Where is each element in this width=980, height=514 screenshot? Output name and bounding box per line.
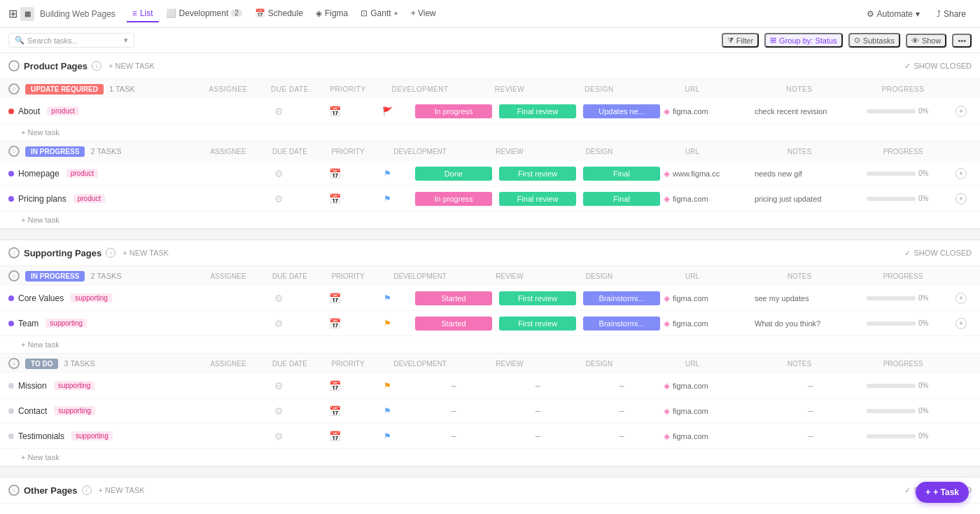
task-name-team[interactable]: Team — [18, 319, 38, 328]
group-toggle-update[interactable]: ○ — [8, 83, 20, 95]
review-cell-team: First review — [496, 317, 580, 331]
task-dot-pricing — [8, 196, 14, 202]
review-badge-cv[interactable]: First review — [499, 291, 576, 305]
dev-badge-hp[interactable]: Done — [415, 167, 492, 181]
add-col-btn-hp[interactable]: + — [955, 168, 967, 179]
section-info-product[interactable]: i — [92, 61, 102, 71]
review-badge-tm[interactable]: First review — [499, 317, 576, 331]
duedate-cell-testimonials: 📅 — [307, 431, 363, 442]
task-name-about[interactable]: About — [18, 106, 40, 116]
new-task-product[interactable]: + NEW TASK — [108, 62, 155, 70]
url-icon-tm: ◈ — [664, 319, 670, 328]
task-name-corevalues[interactable]: Core Values — [18, 293, 64, 303]
automate-button[interactable]: ⚙ Automate ▾ — [861, 7, 925, 21]
col-url-2: URL — [647, 148, 738, 155]
dev-cell-testimonials: – — [412, 431, 496, 441]
design-badge-about[interactable]: Updates ne... — [583, 104, 660, 118]
section-info-supporting[interactable]: i — [106, 248, 115, 258]
design-cell-team: Brainstormi... — [580, 317, 664, 331]
search-box[interactable]: 🔍 Search tasks... ▾ — [8, 33, 134, 48]
section-info-other[interactable]: i — [82, 485, 92, 495]
group-by-button[interactable]: ⊞ Group by: Status — [764, 33, 843, 48]
design-badge-tm[interactable]: Brainstormi... — [583, 317, 660, 331]
more-options-button[interactable]: ••• — [952, 34, 972, 48]
design-badge-cv[interactable]: Brainstormi... — [583, 291, 660, 305]
review-badge-about[interactable]: Final review — [499, 104, 576, 118]
assignee-icon-ct: ⚙ — [274, 405, 284, 417]
task-name-mission[interactable]: Mission — [18, 381, 47, 391]
show-closed-supporting[interactable]: ✓ SHOW CLOSED — [904, 249, 972, 258]
show-button[interactable]: 👁 Show — [906, 34, 947, 48]
task-name-pricing[interactable]: Pricing plans — [18, 194, 66, 204]
priority-flag-ms: ⚑ — [384, 381, 391, 391]
new-task-row-update[interactable]: + New task — [0, 124, 980, 141]
add-col-btn-tm[interactable]: + — [955, 318, 967, 329]
task-name-homepage[interactable]: Homepage — [18, 169, 59, 179]
group-toggle-inprogress2[interactable]: ○ — [8, 270, 20, 282]
task-tag-corevalues[interactable]: supporting — [71, 293, 112, 303]
task-tag-homepage[interactable]: product — [66, 169, 98, 178]
table-row: About product ⚙ 📅 🚩 In progress Final re… — [0, 99, 980, 124]
status-badge-inprogress1[interactable]: IN PROGRESS — [25, 146, 85, 157]
priority-cell-about: 🚩 — [363, 106, 412, 116]
review-badge-pr[interactable]: Final review — [499, 192, 576, 206]
task-tag-pricing[interactable]: product — [74, 194, 105, 203]
new-task-other[interactable]: + NEW TASK — [99, 486, 145, 494]
section-toggle-other[interactable]: ○ — [8, 485, 20, 496]
status-badge-update[interactable]: UPDATE REQUIRED — [25, 84, 104, 95]
status-badge-todo[interactable]: TO DO — [25, 359, 58, 369]
bottom-task-button[interactable]: + + Task — [916, 482, 969, 503]
filter-button[interactable]: ⧩ Filter — [722, 33, 759, 48]
subtasks-button[interactable]: ⊙ Subtasks — [848, 33, 900, 48]
group-toggle-inprogress1[interactable]: ○ — [8, 146, 20, 157]
design-badge-pr[interactable]: Final — [583, 192, 660, 206]
new-task-row-inprogress1[interactable]: + New task — [0, 211, 980, 228]
add-col-btn-pr[interactable]: + — [955, 193, 967, 204]
task-tag-team[interactable]: supporting — [46, 319, 87, 328]
col-notes-1: NOTES — [743, 85, 855, 93]
dev-badge-tm[interactable]: Started — [415, 317, 492, 331]
notes-cell-cv: see my updates — [755, 294, 867, 303]
task-tag-testimonials[interactable]: supporting — [71, 431, 113, 440]
status-badge-inprogress2[interactable]: IN PROGRESS — [25, 271, 85, 282]
section-header-product: ○ Product Pages i + NEW TASK ✓ SHOW CLOS… — [0, 53, 980, 79]
assignee-icon-tm: ⚙ — [274, 318, 284, 329]
design-cell-mission: – — [580, 381, 664, 391]
add-col-btn[interactable]: + — [955, 106, 967, 117]
group-count-inprogress2: 2 TASKS — [90, 272, 121, 280]
dev-badge: 2 — [231, 9, 242, 17]
new-task-supporting[interactable]: + NEW TASK — [122, 249, 169, 257]
task-tag-contact[interactable]: supporting — [54, 406, 95, 415]
review-badge-hp[interactable]: First review — [499, 167, 576, 181]
dev-badge-cv[interactable]: Started — [415, 291, 492, 305]
section-toggle-supporting[interactable]: ○ — [8, 247, 20, 258]
section-toggle-product[interactable]: ○ — [8, 60, 20, 71]
new-task-row-todo[interactable]: + New task — [0, 449, 980, 466]
group-icon: ⊞ — [770, 36, 776, 45]
nav-right: ⚙ Automate ▾ ⤴ Share — [861, 7, 972, 21]
share-button[interactable]: ⤴ Share — [931, 7, 972, 21]
tab-list[interactable]: ≡ List — [127, 6, 159, 22]
show-closed-product[interactable]: ✓ SHOW CLOSED — [904, 62, 972, 71]
design-badge-hp[interactable]: Final — [583, 167, 660, 181]
progress-bar-te — [867, 434, 916, 438]
tab-figma[interactable]: ◈ Figma — [310, 6, 354, 22]
add-col-btn-cv[interactable]: + — [955, 293, 967, 304]
tab-development[interactable]: ⬜ Development 2 — [160, 6, 248, 22]
tab-schedule[interactable]: 📅 Schedule — [249, 6, 309, 22]
dev-badge-pr[interactable]: In progress — [415, 192, 492, 206]
progress-label-about: 0% — [918, 107, 928, 115]
review-cell-homepage: First review — [496, 167, 580, 181]
tab-gantt[interactable]: ⊡ Gantt ● — [355, 6, 403, 22]
new-task-row-inprogress2[interactable]: + New task — [0, 336, 980, 353]
task-tag-about[interactable]: product — [47, 106, 78, 116]
schedule-icon: 📅 — [255, 8, 265, 18]
group-toggle-todo[interactable]: ○ — [8, 358, 20, 369]
task-tag-mission[interactable]: supporting — [54, 381, 95, 390]
dev-icon: ⬜ — [166, 8, 176, 18]
dev-cell-pricing: In progress — [412, 192, 496, 206]
tab-add-view[interactable]: + View — [405, 6, 442, 22]
dev-badge-about[interactable]: In progress — [415, 104, 492, 118]
task-name-contact[interactable]: Contact — [18, 406, 47, 416]
task-name-testimonials[interactable]: Testimonials — [18, 431, 64, 441]
